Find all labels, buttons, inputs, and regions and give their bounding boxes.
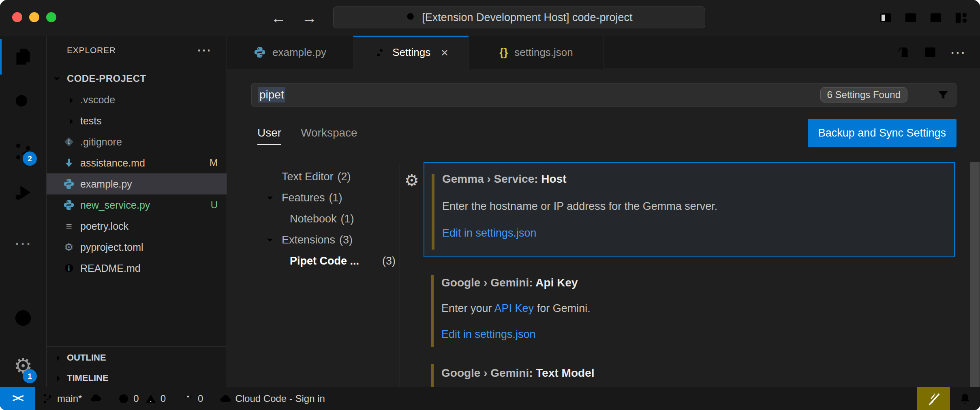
activity-search[interactable] (0, 82, 46, 123)
tree-root-label: CODE-PROJECT (67, 73, 146, 84)
remote-indicator[interactable]: >< (0, 387, 35, 410)
radio-tower-icon (182, 393, 194, 405)
toc-label: Notebook (290, 213, 337, 225)
branch-indicator[interactable]: main* (41, 393, 82, 405)
setting-row-gear-icon[interactable]: ⚙ (404, 171, 419, 190)
edit-in-settings-json-link[interactable]: Edit in settings.json (442, 227, 537, 239)
edit-in-settings-json-link[interactable]: Edit in settings.json (441, 328, 536, 341)
file-label: example.py (80, 178, 132, 190)
zoom-window-button[interactable] (46, 12, 56, 22)
filter-icon[interactable] (937, 88, 950, 101)
setting-name: Text Model (536, 367, 594, 379)
setting-title: Google › Gemini: Text Model (441, 367, 595, 380)
tab-example-py[interactable]: example.py (227, 36, 353, 69)
tree-item-readme-md[interactable]: README.md (47, 258, 227, 279)
tree-item-poetry-lock[interactable]: ≡ poetry.lock (47, 216, 227, 237)
activity-source-control[interactable] (0, 131, 46, 172)
toc-features[interactable]: Features (1) (251, 187, 396, 208)
git-status-badge: M (210, 157, 218, 169)
toc-pipet-code[interactable]: Pipet Code ... (3) (251, 250, 396, 271)
customize-layout-icon[interactable] (954, 11, 968, 25)
file-label: .gitignore (80, 136, 122, 148)
outline-section-header[interactable]: OUTLINE (47, 346, 227, 369)
chevron-down-icon (265, 234, 275, 246)
tree-item-gitignore[interactable]: .gitignore (47, 131, 227, 152)
file-label: assistance.md (80, 157, 145, 169)
setting-category: Gemma › Service: (442, 173, 538, 185)
toc-splitter[interactable] (400, 163, 400, 387)
toggle-secondary-sidebar-icon[interactable] (929, 11, 943, 25)
main-area: 2 ⋯ ⚙ 1 EXPLORER ⋯ CO (0, 36, 980, 387)
tree-item-pyproject-toml[interactable]: ⚙ pyproject.toml (47, 237, 227, 258)
vscode-window: ← → [Extension Development Host] code-pr… (0, 0, 980, 410)
settings-scrollbar[interactable] (970, 162, 980, 387)
modified-indicator (431, 364, 434, 387)
chevron-right-icon (53, 372, 64, 383)
file-label: new_service.py (80, 199, 150, 211)
tree-item-example-py[interactable]: example.py (47, 173, 227, 194)
open-settings-json-icon[interactable] (897, 45, 910, 59)
setting-row-google-gemini-api-key[interactable]: Google › Gemini: Api Key Enter your API … (424, 271, 955, 357)
setting-title: Google › Gemini: Api Key (441, 276, 578, 289)
problems-warnings[interactable]: 0 (145, 393, 166, 405)
tree-root-code-project[interactable]: CODE-PROJECT (47, 68, 227, 89)
publish-changes-button[interactable] (90, 393, 102, 405)
setting-row-google-gemini-text-model[interactable]: Google › Gemini: Text Model (424, 363, 955, 387)
tree-item-tests[interactable]: tests (47, 110, 227, 131)
tree-item-new-service-py[interactable]: new_service.py U (47, 194, 227, 216)
tree-item-vscode[interactable]: .vscode (47, 89, 227, 110)
notifications-button[interactable] (950, 392, 980, 405)
toc-count: (3) (382, 255, 396, 267)
titlebar: ← → [Extension Development Host] code-pr… (0, 0, 980, 36)
scope-tab-workspace[interactable]: Workspace (301, 126, 357, 139)
activity-more[interactable]: ⋯ (0, 223, 46, 263)
ports-indicator[interactable]: 0 (182, 393, 203, 405)
clear-search-filters-icon[interactable] (916, 88, 929, 101)
back-arrow-icon[interactable]: ← (271, 0, 286, 36)
toc-text-editor[interactable]: Text Editor (2) (251, 166, 396, 187)
settings-editor: pipet 6 Settings Found User Workspace Ba… (227, 69, 980, 387)
setting-title: Gemma › Service: Host (442, 173, 567, 186)
tab-settings-json[interactable]: {} settings.json (469, 36, 604, 69)
settings-search-input[interactable]: pipet 6 Settings Found (251, 83, 956, 107)
file-label: .vscode (80, 94, 115, 106)
results-count-badge: 6 Settings Found (820, 87, 907, 102)
forward-arrow-icon[interactable]: → (302, 0, 317, 36)
status-bar-right (917, 387, 980, 410)
minimize-window-button[interactable] (29, 12, 39, 22)
command-center[interactable]: [Extension Development Host] code-projec… (333, 6, 705, 28)
setting-category: Google › Gemini: (441, 276, 533, 289)
activity-settings[interactable]: ⚙ (0, 346, 46, 386)
search-icon (406, 12, 417, 23)
setting-row-gemma-service-host[interactable]: Gemma › Service: Host Enter the hostname… (424, 162, 955, 257)
timeline-section-header[interactable]: TIMELINE (47, 369, 227, 387)
problems-errors[interactable]: 0 (118, 393, 139, 405)
split-editor-icon[interactable] (923, 45, 937, 59)
modified-indicator (432, 174, 434, 250)
tab-settings[interactable]: Settings × (353, 36, 469, 69)
cloud-code-sign-in[interactable]: Cloud Code - Sign in (219, 393, 325, 405)
layout-actions (879, 0, 968, 36)
api-key-link[interactable]: API Key (494, 302, 534, 314)
settings-badge: 1 (23, 369, 37, 383)
backup-sync-settings-button[interactable]: Backup and Sync Settings (808, 119, 956, 147)
account-icon (13, 308, 33, 328)
setting-description: Enter your API Key for Gemini. (441, 302, 591, 315)
warning-count: 0 (160, 393, 166, 404)
toc-label: Text Editor (282, 171, 334, 183)
toc-extensions[interactable]: Extensions (3) (251, 229, 396, 250)
close-window-button[interactable] (12, 12, 22, 22)
activity-explorer[interactable] (0, 36, 46, 77)
tree-item-assistance-md[interactable]: assistance.md M (47, 152, 227, 173)
inline-suggestions-off-button[interactable] (917, 387, 950, 410)
close-icon[interactable]: × (441, 46, 448, 60)
toc-label: Features (282, 192, 325, 204)
activity-run-debug[interactable] (0, 172, 46, 213)
toc-notebook[interactable]: Notebook (1) (251, 208, 396, 229)
modified-indicator (431, 275, 434, 347)
activity-accounts[interactable] (0, 298, 46, 338)
toggle-primary-sidebar-icon[interactable] (879, 11, 892, 25)
scope-tab-user[interactable]: User (257, 126, 281, 139)
toggle-panel-icon[interactable] (904, 11, 918, 25)
sidebar-title: EXPLORER (67, 45, 116, 55)
